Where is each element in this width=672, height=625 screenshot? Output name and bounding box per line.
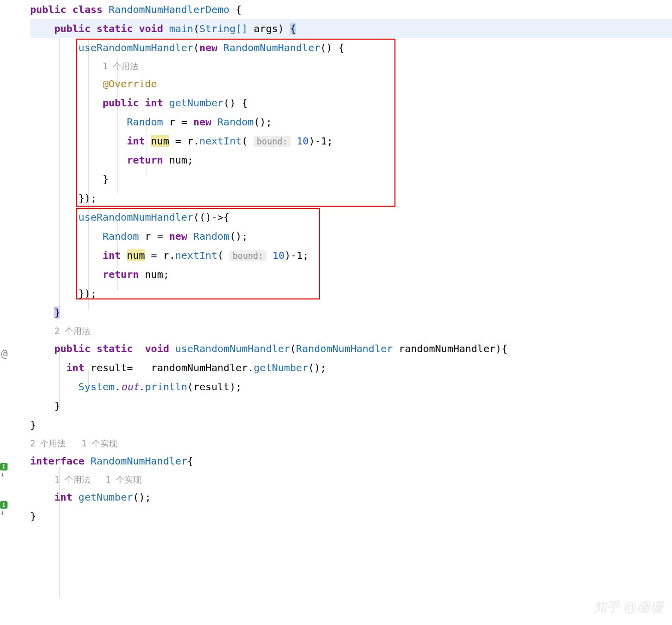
code-line[interactable]: return num; [30,150,672,170]
code-line[interactable]: int getNumber(); [30,488,672,507]
watermark: 知乎 @珊珊 [594,598,663,616]
code-line[interactable]: public int getNumber() { [30,93,672,112]
code-line[interactable]: @Override [30,74,672,93]
gutter: @ I↓ I↓ [0,0,30,625]
code-editor[interactable]: public class RandomNumHandlerDemo { publ… [30,0,672,526]
code-line[interactable]: int num = r.nextInt( bound: 10)-1; [30,246,672,265]
code-line[interactable]: } [30,170,672,189]
code-line[interactable]: public static void main(String[] args) { [30,19,672,38]
code-line[interactable]: }); [30,284,672,303]
code-line[interactable]: useRandomNumHandler(()->{ [30,208,672,227]
code-line[interactable]: public static void useRandomNumHandler(R… [30,339,672,358]
code-line[interactable]: Random r = new Random(); [30,112,672,131]
code-line[interactable]: Random r = new Random(); [30,227,672,246]
code-line[interactable]: interface RandomNumHandler{ [30,451,672,471]
usage-hint[interactable]: 1 个用法 [30,57,672,74]
interface-impl-icon[interactable]: I↓ [0,501,9,510]
code-line[interactable]: } [30,303,672,322]
code-line[interactable]: System.out.println(result); [30,377,672,396]
interface-impl-icon[interactable]: I↓ [0,462,9,472]
code-line[interactable]: } [30,507,672,526]
at-sign-icon: @ [1,347,8,360]
code-line[interactable]: public class RandomNumHandlerDemo { [30,0,672,19]
code-line[interactable]: useRandomNumHandler(new RandomNumHandler… [30,38,672,57]
usage-hint[interactable]: 2 个用法 [30,322,672,339]
code-line[interactable]: int result= randomNumHandler.getNumber()… [30,358,672,377]
code-line[interactable]: } [30,396,672,415]
usage-hint[interactable]: 2 个用法 1 个实现 [30,434,672,451]
code-line[interactable]: }); [30,189,672,208]
code-line[interactable]: int num = r.nextInt( bound: 10)-1; [30,131,672,150]
usage-hint[interactable]: 1 个用法 1 个实现 [30,471,672,488]
code-line[interactable]: return num; [30,265,672,284]
code-line[interactable]: } [30,415,672,434]
